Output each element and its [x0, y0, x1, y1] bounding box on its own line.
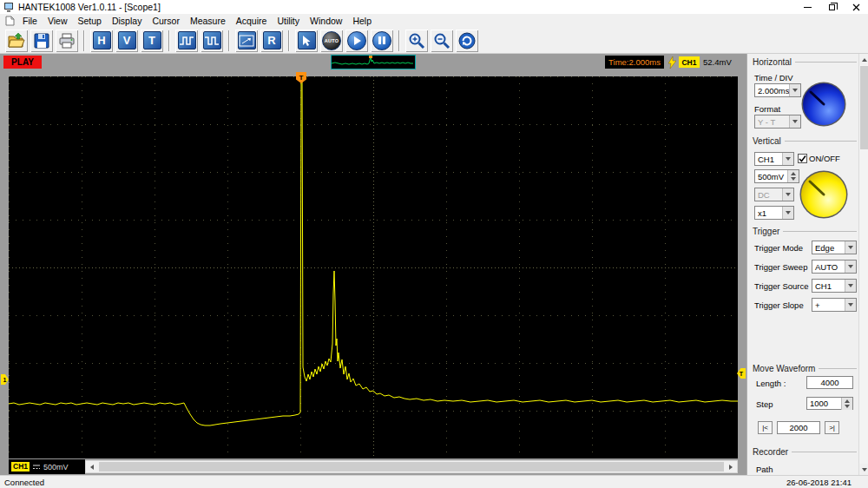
waveform-preview[interactable]: [331, 55, 416, 69]
pause-button[interactable]: [371, 30, 393, 52]
auto-scale-button[interactable]: [456, 30, 478, 52]
play-button[interactable]: [345, 30, 368, 52]
dc-coupling-icon: [32, 463, 41, 471]
path-label: Path: [756, 465, 773, 474]
length-value-field[interactable]: 4000: [806, 376, 853, 389]
toolbar-separator: [398, 30, 400, 51]
trigger-source-select[interactable]: CH1: [812, 279, 857, 293]
scroll-left-button[interactable]: [86, 461, 98, 472]
scroll-up-button[interactable]: [859, 54, 868, 65]
trigger-source-label: Trigger Source: [754, 281, 808, 291]
channel-info-label: CH1 500mV: [9, 459, 85, 474]
horizontal-letter-icon: H: [93, 31, 111, 49]
scope-display[interactable]: [9, 76, 738, 458]
panel-scrollbar[interactable]: [858, 54, 868, 475]
trigger-sweep-select[interactable]: AUTO: [812, 260, 857, 274]
checkbox-icon: [798, 154, 807, 163]
volts-div-spinner[interactable]: 500mV: [754, 169, 799, 183]
menu-item-measure[interactable]: Measure: [185, 14, 231, 28]
dropdown-arrow-icon: [782, 188, 793, 201]
close-icon: [852, 3, 860, 11]
pan-view-button[interactable]: [235, 30, 258, 52]
minimize-button[interactable]: [795, 0, 819, 14]
dropdown-arrow-icon: [845, 280, 856, 292]
preview-trace: [332, 56, 413, 64]
zoom-out-button[interactable]: [431, 30, 453, 52]
trigger-level-value: 52.4mV: [703, 57, 732, 67]
menu-item-acquire[interactable]: Acquire: [231, 14, 273, 28]
vertical-setup-button[interactable]: V: [115, 30, 138, 52]
coupling-select[interactable]: DC: [754, 188, 794, 201]
pan-view-icon: [238, 31, 256, 49]
channel-select[interactable]: CH1: [754, 152, 794, 166]
trigger-level-marker[interactable]: T: [737, 368, 746, 379]
dropdown-arrow-icon: [782, 207, 793, 219]
trigger-mode-select[interactable]: Edge: [812, 241, 857, 254]
spinner-arrows-icon[interactable]: [841, 398, 852, 410]
open-file-button[interactable]: [5, 30, 28, 52]
go-first-button[interactable]: |<: [758, 421, 773, 434]
probe-select[interactable]: x1: [754, 206, 794, 220]
restore-button[interactable]: [819, 0, 844, 14]
channel-onoff-checkbox[interactable]: ON/OFF: [798, 154, 840, 163]
preview-trigger-tick: [369, 56, 372, 58]
menu-item-view[interactable]: View: [43, 14, 73, 28]
panel-scroll-thumb[interactable]: [860, 66, 868, 149]
spinner-arrows-icon[interactable]: [787, 170, 799, 182]
horizontal-scrollbar[interactable]: [85, 460, 738, 473]
position-value-field[interactable]: 2000: [777, 421, 820, 434]
vertical-knob-icon: [799, 170, 848, 219]
menu-item-cursor[interactable]: Cursor: [147, 14, 185, 28]
app-icon: [3, 2, 14, 12]
square-wave-button[interactable]: [175, 30, 198, 52]
auto-scale-icon: [458, 32, 476, 49]
toolbar-separator: [228, 30, 230, 51]
scroll-right-button[interactable]: [725, 461, 737, 472]
time-div-select[interactable]: 2.000ms: [754, 83, 801, 97]
record-button[interactable]: R: [260, 30, 283, 52]
trigger-mode-label: Trigger Mode: [754, 243, 803, 253]
autoset-button[interactable]: AUTO: [320, 30, 343, 52]
trigger-slope-select[interactable]: +: [812, 298, 857, 312]
cursor-tool-button[interactable]: [295, 30, 318, 52]
horizontal-setup-button[interactable]: H: [90, 30, 113, 52]
horizontal-knob[interactable]: [801, 82, 846, 129]
move-waveform-group-title: Move Waveform: [753, 364, 815, 373]
menu-item-file[interactable]: File: [17, 14, 43, 28]
waveform-mode-button[interactable]: [201, 30, 223, 52]
play-icon: [347, 31, 366, 50]
square-wave-icon: [178, 31, 196, 49]
menu-bar: File View Setup Display Cursor Measure A…: [0, 14, 868, 28]
scroll-down-button[interactable]: [859, 464, 868, 475]
menu-item-display[interactable]: Display: [107, 14, 147, 28]
trigger-setup-button[interactable]: T: [141, 30, 163, 52]
window-title: HANTEK1008 Ver1.0.11 - [Scope1]: [18, 2, 161, 12]
control-panel: Horizontal Time / DIV 2.000ms Format Y -…: [746, 54, 868, 475]
channel-badge: CH1: [679, 56, 700, 68]
menu-item-window[interactable]: Window: [305, 14, 347, 28]
play-indicator: PLAY: [3, 56, 42, 69]
horizontal-scroll-thumb[interactable]: [99, 462, 724, 472]
menu-item-help[interactable]: Help: [347, 14, 377, 28]
trigger-letter-icon: T: [143, 31, 161, 49]
step-spinner[interactable]: 1000: [806, 397, 853, 410]
app-window: HANTEK1008 Ver1.0.11 - [Scope1] File Vie…: [0, 0, 868, 488]
recorder-group-title: Recorder: [753, 447, 788, 457]
vertical-letter-icon: V: [118, 31, 136, 49]
status-bar: Connected 26-06-2018 21:41: [0, 475, 868, 488]
vertical-knob[interactable]: [799, 170, 848, 221]
autoset-icon: AUTO: [322, 31, 341, 50]
dropdown-arrow-icon: [845, 260, 856, 273]
menu-item-setup[interactable]: Setup: [73, 14, 107, 28]
print-button[interactable]: [56, 30, 78, 52]
save-button[interactable]: [30, 30, 53, 52]
format-select[interactable]: Y - T: [754, 115, 801, 129]
channel-position-marker[interactable]: 1: [1, 374, 9, 385]
zoom-in-button[interactable]: [405, 30, 428, 52]
close-button[interactable]: [844, 0, 868, 14]
zoom-in-icon: [408, 32, 425, 49]
horizontal-group-title: Horizontal: [753, 57, 792, 67]
zoom-out-icon: [433, 32, 450, 49]
menu-item-utility[interactable]: Utility: [272, 14, 305, 28]
go-last-button[interactable]: >|: [825, 421, 839, 434]
